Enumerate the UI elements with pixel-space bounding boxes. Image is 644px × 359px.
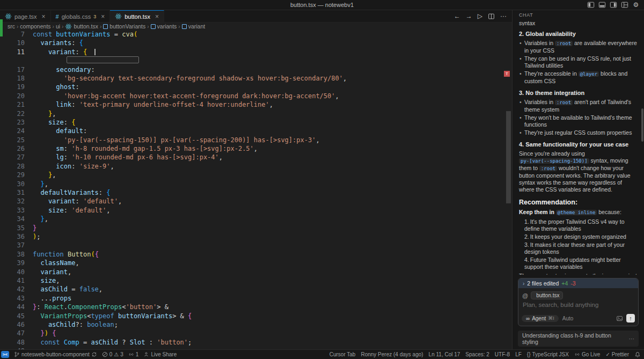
go-live-label: Go Live: [582, 351, 600, 357]
nav-forward-icon[interactable]: →: [466, 13, 472, 19]
model-selector[interactable]: Auto: [562, 316, 574, 321]
code-line[interactable]: 41 size,: [0, 276, 512, 285]
layout-sidebar-right-icon[interactable]: [610, 1, 617, 9]
context-chip[interactable]: button.tsx: [531, 291, 562, 299]
code-line[interactable]: 27 lg: 'h-10 rounded-md px-6 has-[>svg]:…: [0, 153, 512, 162]
tab-globals.css[interactable]: #globals.css3×: [51, 10, 111, 22]
git-blame-item[interactable]: Ronny Perez (4 days ago): [361, 351, 423, 357]
breadcrumb-item-button.tsx[interactable]: button.tsx: [65, 23, 98, 30]
language-mode[interactable]: {} TypeScript JSX: [527, 351, 569, 357]
code-editor[interactable]: 7const buttonVariants = cva(10 variants:…: [0, 30, 512, 349]
settings-gear-icon[interactable]: ⚙: [632, 1, 640, 9]
customize-layout-icon[interactable]: [621, 1, 628, 9]
problems-indicator[interactable]: 0 ⚠ 3: [102, 351, 123, 357]
go-live-item[interactable]: Go Live: [574, 351, 600, 357]
code-line[interactable]: 18 'bg-secondary text-secondary-foregrou…: [0, 74, 512, 83]
code-line[interactable]: 36);: [0, 232, 512, 241]
tab-button.tsx[interactable]: button.tsx×: [110, 10, 164, 22]
code-line[interactable]: 44}: React.ComponentProps<'button'> &: [0, 303, 512, 311]
broadcast-icon: [574, 351, 580, 357]
code-line[interactable]: 38function Button({: [0, 250, 512, 259]
prettier-item[interactable]: ✓ Prettier: [605, 351, 629, 357]
code-line[interactable]: 19 ghost:: [0, 83, 512, 91]
breadcrumb-separator: ›: [17, 24, 18, 30]
code-line[interactable]: 11 variant: {: [0, 48, 512, 56]
code-line[interactable]: 33 size: 'default',: [0, 206, 512, 215]
context-chip-label: button.tsx: [536, 292, 559, 298]
code-line[interactable]: 47 }) {: [0, 329, 512, 338]
code-line[interactable]: 28 icon: 'size-9',: [0, 162, 512, 171]
branch-indicator[interactable]: notesweb-button-component: [14, 351, 97, 357]
indent-setting[interactable]: Spaces: 2: [465, 351, 489, 357]
layout-panel-icon[interactable]: [598, 1, 606, 9]
mode-selector[interactable]: ∞ Agent ⌘I: [522, 315, 559, 322]
chat-input-field[interactable]: Plan, search, build anything: [518, 301, 638, 312]
code-line[interactable]: 22 },: [0, 109, 512, 118]
nav-back-icon[interactable]: ←: [454, 13, 460, 19]
notifications-bell-icon[interactable]: [634, 351, 641, 358]
chat-list-item: Variables in :root aren't part of Tailwi…: [519, 99, 638, 113]
add-context-icon[interactable]: @: [522, 292, 528, 299]
status-right: Cursor Tab Ronny Perez (4 days ago) Ln 1…: [330, 351, 641, 358]
close-icon[interactable]: ×: [101, 13, 105, 20]
files-edited-bar[interactable]: › 2 files edited +4 -3: [518, 279, 638, 288]
breadcrumb-item-components[interactable]: components: [20, 23, 50, 30]
code-line[interactable]: 39 className,: [0, 259, 512, 267]
chat-scrollbar[interactable]: [641, 108, 643, 142]
close-icon[interactable]: ×: [42, 13, 46, 20]
image-icon[interactable]: [616, 315, 623, 322]
close-icon[interactable]: ×: [155, 13, 159, 20]
code-line[interactable]: 48 const Comp = asChild ? Slot : 'button…: [0, 338, 512, 347]
code-line[interactable]: 37: [0, 241, 512, 250]
tab-page.tsx[interactable]: page.tsx×: [0, 10, 51, 22]
breadcrumb-item-src[interactable]: src: [8, 23, 15, 30]
split-editor-icon[interactable]: [488, 13, 495, 20]
code-line[interactable]: 23 size: {: [0, 118, 512, 127]
cursor-tab-item[interactable]: Cursor Tab: [330, 351, 356, 357]
code-line[interactable]: 30 },: [0, 180, 512, 188]
code-line[interactable]: 40 variant,: [0, 268, 512, 276]
breadcrumb-item-ui[interactable]: ui: [56, 23, 60, 30]
inline-widget-row[interactable]: [0, 56, 512, 65]
breadcrumb-item-variant[interactable]: variant: [182, 23, 206, 30]
breadcrumb-item-buttonVariants[interactable]: buttonVariants: [103, 23, 145, 30]
ports-indicator[interactable]: 1: [128, 351, 139, 357]
expand-chevron-icon[interactable]: ›: [523, 281, 524, 287]
code-line[interactable]: 43 ...props: [0, 294, 512, 303]
code-line[interactable]: 32 variant: 'default',: [0, 197, 512, 206]
code-line[interactable]: 29 },: [0, 171, 512, 179]
editor-scrollbar[interactable]: [506, 111, 511, 203]
send-button[interactable]: ↑: [626, 314, 635, 323]
history-more-icon[interactable]: ···: [629, 335, 635, 342]
code-line[interactable]: 31 defaultVariants: {: [0, 188, 512, 197]
encoding-setting[interactable]: UTF-8: [495, 351, 510, 357]
code-line[interactable]: 34 },: [0, 215, 512, 223]
code-line[interactable]: 42 asChild = false,: [0, 285, 512, 294]
breadcrumb-item-variants[interactable]: variants: [151, 23, 177, 30]
code-line[interactable]: 35}: [0, 224, 512, 232]
cursor-position[interactable]: Ln 11, Col 17: [429, 351, 460, 357]
line-content: },: [25, 180, 48, 188]
run-icon[interactable]: ▷: [478, 13, 482, 19]
layout-sidebar-left-icon[interactable]: [587, 1, 595, 9]
code-line[interactable]: 49: [0, 347, 512, 349]
more-actions-icon[interactable]: ···: [500, 13, 507, 19]
remote-indicator[interactable]: ><: [1, 351, 9, 358]
status-bar: >< notesweb-button-component 0 ⚠ 3: [0, 349, 644, 359]
code-line[interactable]: 45 VariantProps<typeof buttonVariants> &…: [0, 312, 512, 320]
code-line[interactable]: 7const buttonVariants = cva(: [0, 30, 512, 39]
line-number: 48: [0, 338, 25, 347]
chat-content[interactable]: syntax2. Global availabilityVariables in…: [513, 20, 644, 275]
live-share-item[interactable]: Live Share: [143, 351, 177, 357]
eol-setting[interactable]: LF: [515, 351, 522, 357]
code-line[interactable]: 24 default:: [0, 127, 512, 135]
code-line[interactable]: 46 asChild?: boolean;: [0, 320, 512, 329]
code-line[interactable]: 20 'hover:bg-accent hover:text-accent-fo…: [0, 92, 512, 100]
code-line[interactable]: 25 'py-[var(--spacing-150)] px-[var(--sp…: [0, 136, 512, 144]
code-line[interactable]: 10 variants: {: [0, 39, 512, 47]
line-number: 38: [0, 250, 25, 259]
code-line[interactable]: 17 secondary:: [0, 65, 512, 74]
chat-history-item[interactable]: Understanding class h-9 and button styli…: [518, 331, 639, 347]
code-line[interactable]: 26 sm: 'h-8 rounded-md gap-1.5 px-3 has-…: [0, 144, 512, 153]
code-line[interactable]: 21 link: 'text-primary underline-offset-…: [0, 100, 512, 109]
